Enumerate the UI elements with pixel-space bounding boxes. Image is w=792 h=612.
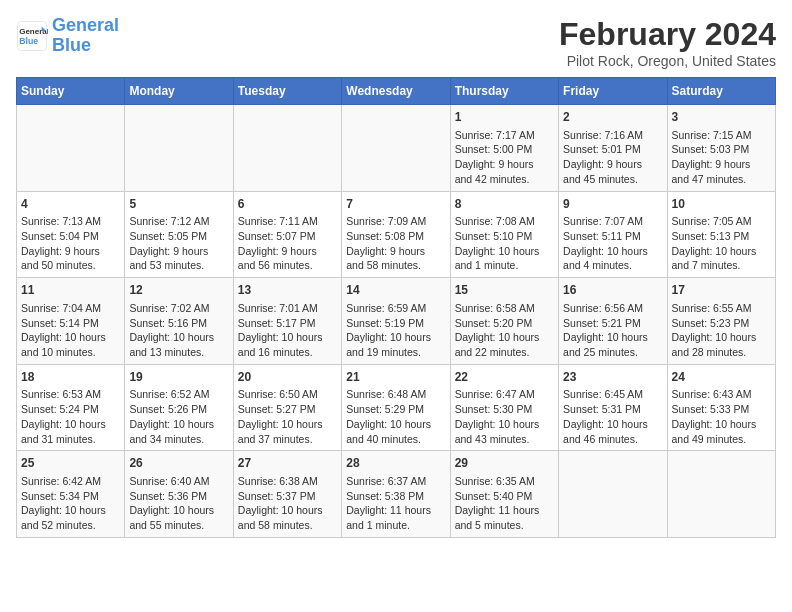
- day-number: 26: [129, 455, 228, 472]
- weekday-header-row: SundayMondayTuesdayWednesdayThursdayFrid…: [17, 78, 776, 105]
- day-number: 28: [346, 455, 445, 472]
- day-info: Sunrise: 6:59 AM Sunset: 5:19 PM Dayligh…: [346, 301, 445, 360]
- week-row-2: 4Sunrise: 7:13 AM Sunset: 5:04 PM Daylig…: [17, 191, 776, 278]
- day-number: 23: [563, 369, 662, 386]
- week-row-1: 1Sunrise: 7:17 AM Sunset: 5:00 PM Daylig…: [17, 105, 776, 192]
- day-info: Sunrise: 6:50 AM Sunset: 5:27 PM Dayligh…: [238, 387, 337, 446]
- day-info: Sunrise: 7:13 AM Sunset: 5:04 PM Dayligh…: [21, 214, 120, 273]
- day-number: 24: [672, 369, 771, 386]
- day-info: Sunrise: 7:11 AM Sunset: 5:07 PM Dayligh…: [238, 214, 337, 273]
- calendar-cell: 26Sunrise: 6:40 AM Sunset: 5:36 PM Dayli…: [125, 451, 233, 538]
- day-number: 3: [672, 109, 771, 126]
- day-number: 8: [455, 196, 554, 213]
- weekday-header-friday: Friday: [559, 78, 667, 105]
- day-number: 16: [563, 282, 662, 299]
- day-number: 13: [238, 282, 337, 299]
- day-number: 18: [21, 369, 120, 386]
- calendar-cell: 22Sunrise: 6:47 AM Sunset: 5:30 PM Dayli…: [450, 364, 558, 451]
- calendar-table: SundayMondayTuesdayWednesdayThursdayFrid…: [16, 77, 776, 538]
- day-info: Sunrise: 7:01 AM Sunset: 5:17 PM Dayligh…: [238, 301, 337, 360]
- day-info: Sunrise: 7:04 AM Sunset: 5:14 PM Dayligh…: [21, 301, 120, 360]
- calendar-cell: 29Sunrise: 6:35 AM Sunset: 5:40 PM Dayli…: [450, 451, 558, 538]
- day-info: Sunrise: 6:43 AM Sunset: 5:33 PM Dayligh…: [672, 387, 771, 446]
- calendar-cell: 23Sunrise: 6:45 AM Sunset: 5:31 PM Dayli…: [559, 364, 667, 451]
- calendar-cell: 8Sunrise: 7:08 AM Sunset: 5:10 PM Daylig…: [450, 191, 558, 278]
- calendar-cell: 9Sunrise: 7:07 AM Sunset: 5:11 PM Daylig…: [559, 191, 667, 278]
- main-title: February 2024: [559, 16, 776, 53]
- day-number: 5: [129, 196, 228, 213]
- day-info: Sunrise: 7:09 AM Sunset: 5:08 PM Dayligh…: [346, 214, 445, 273]
- day-info: Sunrise: 6:45 AM Sunset: 5:31 PM Dayligh…: [563, 387, 662, 446]
- day-info: Sunrise: 6:58 AM Sunset: 5:20 PM Dayligh…: [455, 301, 554, 360]
- day-number: 20: [238, 369, 337, 386]
- day-info: Sunrise: 6:35 AM Sunset: 5:40 PM Dayligh…: [455, 474, 554, 533]
- day-number: 29: [455, 455, 554, 472]
- logo-text: General Blue: [52, 16, 119, 56]
- day-number: 15: [455, 282, 554, 299]
- day-number: 2: [563, 109, 662, 126]
- calendar-cell: 1Sunrise: 7:17 AM Sunset: 5:00 PM Daylig…: [450, 105, 558, 192]
- calendar-cell: 21Sunrise: 6:48 AM Sunset: 5:29 PM Dayli…: [342, 364, 450, 451]
- day-number: 25: [21, 455, 120, 472]
- day-info: Sunrise: 7:08 AM Sunset: 5:10 PM Dayligh…: [455, 214, 554, 273]
- calendar-cell: 16Sunrise: 6:56 AM Sunset: 5:21 PM Dayli…: [559, 278, 667, 365]
- day-number: 7: [346, 196, 445, 213]
- day-info: Sunrise: 6:47 AM Sunset: 5:30 PM Dayligh…: [455, 387, 554, 446]
- calendar-cell: 19Sunrise: 6:52 AM Sunset: 5:26 PM Dayli…: [125, 364, 233, 451]
- day-number: 17: [672, 282, 771, 299]
- day-number: 19: [129, 369, 228, 386]
- calendar-cell: 4Sunrise: 7:13 AM Sunset: 5:04 PM Daylig…: [17, 191, 125, 278]
- week-row-3: 11Sunrise: 7:04 AM Sunset: 5:14 PM Dayli…: [17, 278, 776, 365]
- day-info: Sunrise: 6:37 AM Sunset: 5:38 PM Dayligh…: [346, 474, 445, 533]
- calendar-cell: 24Sunrise: 6:43 AM Sunset: 5:33 PM Dayli…: [667, 364, 775, 451]
- calendar-cell: 20Sunrise: 6:50 AM Sunset: 5:27 PM Dayli…: [233, 364, 341, 451]
- calendar-cell: 12Sunrise: 7:02 AM Sunset: 5:16 PM Dayli…: [125, 278, 233, 365]
- title-area: February 2024 Pilot Rock, Oregon, United…: [559, 16, 776, 69]
- day-number: 9: [563, 196, 662, 213]
- logo-icon: General Blue: [16, 20, 48, 52]
- day-info: Sunrise: 7:17 AM Sunset: 5:00 PM Dayligh…: [455, 128, 554, 187]
- weekday-header-wednesday: Wednesday: [342, 78, 450, 105]
- day-info: Sunrise: 6:38 AM Sunset: 5:37 PM Dayligh…: [238, 474, 337, 533]
- calendar-cell: [342, 105, 450, 192]
- day-info: Sunrise: 6:40 AM Sunset: 5:36 PM Dayligh…: [129, 474, 228, 533]
- day-info: Sunrise: 7:15 AM Sunset: 5:03 PM Dayligh…: [672, 128, 771, 187]
- svg-text:Blue: Blue: [19, 36, 38, 46]
- day-info: Sunrise: 6:55 AM Sunset: 5:23 PM Dayligh…: [672, 301, 771, 360]
- subtitle: Pilot Rock, Oregon, United States: [559, 53, 776, 69]
- day-number: 10: [672, 196, 771, 213]
- logo: General Blue General Blue: [16, 16, 119, 56]
- day-number: 4: [21, 196, 120, 213]
- day-info: Sunrise: 6:42 AM Sunset: 5:34 PM Dayligh…: [21, 474, 120, 533]
- calendar-cell: 27Sunrise: 6:38 AM Sunset: 5:37 PM Dayli…: [233, 451, 341, 538]
- calendar-cell: 2Sunrise: 7:16 AM Sunset: 5:01 PM Daylig…: [559, 105, 667, 192]
- day-number: 6: [238, 196, 337, 213]
- day-number: 12: [129, 282, 228, 299]
- day-info: Sunrise: 7:07 AM Sunset: 5:11 PM Dayligh…: [563, 214, 662, 273]
- calendar-cell: 3Sunrise: 7:15 AM Sunset: 5:03 PM Daylig…: [667, 105, 775, 192]
- calendar-cell: 28Sunrise: 6:37 AM Sunset: 5:38 PM Dayli…: [342, 451, 450, 538]
- weekday-header-sunday: Sunday: [17, 78, 125, 105]
- calendar-cell: [559, 451, 667, 538]
- calendar-cell: 17Sunrise: 6:55 AM Sunset: 5:23 PM Dayli…: [667, 278, 775, 365]
- calendar-cell: 18Sunrise: 6:53 AM Sunset: 5:24 PM Dayli…: [17, 364, 125, 451]
- calendar-cell: 25Sunrise: 6:42 AM Sunset: 5:34 PM Dayli…: [17, 451, 125, 538]
- weekday-header-saturday: Saturday: [667, 78, 775, 105]
- calendar-cell: 6Sunrise: 7:11 AM Sunset: 5:07 PM Daylig…: [233, 191, 341, 278]
- weekday-header-monday: Monday: [125, 78, 233, 105]
- day-info: Sunrise: 6:52 AM Sunset: 5:26 PM Dayligh…: [129, 387, 228, 446]
- week-row-4: 18Sunrise: 6:53 AM Sunset: 5:24 PM Dayli…: [17, 364, 776, 451]
- day-number: 22: [455, 369, 554, 386]
- calendar-cell: 15Sunrise: 6:58 AM Sunset: 5:20 PM Dayli…: [450, 278, 558, 365]
- day-info: Sunrise: 6:48 AM Sunset: 5:29 PM Dayligh…: [346, 387, 445, 446]
- day-info: Sunrise: 7:05 AM Sunset: 5:13 PM Dayligh…: [672, 214, 771, 273]
- day-number: 27: [238, 455, 337, 472]
- calendar-cell: 11Sunrise: 7:04 AM Sunset: 5:14 PM Dayli…: [17, 278, 125, 365]
- day-info: Sunrise: 6:56 AM Sunset: 5:21 PM Dayligh…: [563, 301, 662, 360]
- day-info: Sunrise: 7:12 AM Sunset: 5:05 PM Dayligh…: [129, 214, 228, 273]
- calendar-cell: 10Sunrise: 7:05 AM Sunset: 5:13 PM Dayli…: [667, 191, 775, 278]
- week-row-5: 25Sunrise: 6:42 AM Sunset: 5:34 PM Dayli…: [17, 451, 776, 538]
- calendar-cell: [667, 451, 775, 538]
- calendar-cell: 7Sunrise: 7:09 AM Sunset: 5:08 PM Daylig…: [342, 191, 450, 278]
- header: General Blue General Blue February 2024 …: [16, 16, 776, 69]
